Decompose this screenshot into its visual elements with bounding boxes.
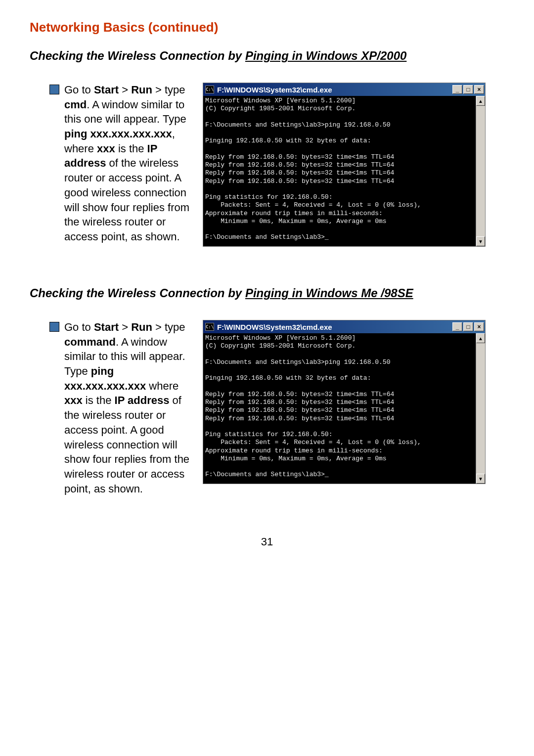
bullet-column: [30, 83, 59, 94]
vertical-scrollbar[interactable]: ▲ ▼: [476, 333, 485, 484]
close-button[interactable]: ×: [474, 85, 484, 94]
subheading-underline: Pinging in Windows Me /98SE: [245, 286, 413, 300]
scroll-down-button[interactable]: ▼: [476, 474, 485, 484]
text-bold: Start: [94, 321, 119, 333]
cmd-window-xp: C:\ F:\WINDOWS\System32\cmd.exe _ □ × Mi…: [203, 83, 486, 247]
maximize-button[interactable]: □: [463, 85, 473, 94]
cmd-icon: C:\: [205, 86, 214, 93]
titlebar-text: F:\WINDOWS\System32\cmd.exe: [217, 86, 452, 94]
text: is the: [115, 142, 147, 155]
scroll-down-button[interactable]: ▼: [476, 236, 485, 246]
text-bold: xxx: [97, 142, 115, 155]
close-button[interactable]: ×: [474, 322, 484, 331]
instruction-text-xp: Go to Start > Run > type cmd. A window s…: [64, 83, 198, 244]
text: >: [119, 84, 131, 96]
square-bullet-icon: [49, 85, 59, 94]
cmd-icon: C:\: [205, 323, 214, 331]
text-bold: ping xxx.xxx.xxx.xxx: [64, 128, 172, 140]
text: Go to: [64, 321, 94, 333]
maximize-button[interactable]: □: [463, 322, 473, 331]
subheading-underline: Pinging in Windows XP/2000: [245, 49, 407, 62]
text-bold: xxx: [64, 394, 83, 406]
page-number: 31: [30, 535, 504, 548]
section-title: Networking Basics (continued): [30, 20, 504, 35]
text: Go to: [64, 84, 94, 96]
minimize-button[interactable]: _: [452, 322, 462, 331]
block-xp-2000: Go to Start > Run > type cmd. A window s…: [30, 83, 504, 247]
cmd-window-me: C:\ F:\WINDOWS\System32\cmd.exe _ □ × Mi…: [203, 320, 486, 484]
text-bold: Start: [94, 84, 119, 96]
text-bold: Run: [131, 321, 152, 333]
terminal-output[interactable]: Microsoft Windows XP [Version 5.1.2600] …: [203, 96, 476, 246]
minimize-button[interactable]: _: [452, 85, 462, 94]
text-bold: command: [64, 336, 116, 348]
scroll-up-button[interactable]: ▲: [476, 333, 485, 343]
text-bold: IP address: [115, 394, 170, 406]
text: > type: [152, 321, 185, 333]
titlebar[interactable]: C:\ F:\WINDOWS\System32\cmd.exe _ □ ×: [203, 320, 485, 333]
text: of the wireless router or access point. …: [64, 394, 189, 494]
titlebar-text: F:\WINDOWS\System32\cmd.exe: [217, 323, 452, 331]
subheading-me-98se: Checking the Wireless Connection by Ping…: [30, 286, 504, 300]
text: is the: [83, 394, 115, 406]
subheading-text: Checking the Wireless Connection by: [30, 286, 245, 300]
square-bullet-icon: [49, 322, 59, 332]
instruction-text-me: Go to Start > Run > type command. A wind…: [64, 320, 198, 496]
bullet-column: [30, 320, 59, 332]
terminal-output[interactable]: Microsoft Windows XP [Version 5.1.2600] …: [203, 333, 476, 484]
text-bold: Run: [131, 84, 152, 96]
text: >: [119, 321, 131, 333]
scroll-up-button[interactable]: ▲: [476, 96, 485, 106]
block-me-98se: Go to Start > Run > type command. A wind…: [30, 320, 504, 496]
titlebar[interactable]: C:\ F:\WINDOWS\System32\cmd.exe _ □ ×: [203, 83, 485, 96]
text-bold: cmd: [64, 98, 87, 111]
text: > type: [152, 84, 185, 96]
subheading-text: Checking the Wireless Connection by: [30, 49, 245, 62]
text: of the wireless router or access point. …: [64, 157, 189, 242]
vertical-scrollbar[interactable]: ▲ ▼: [476, 96, 485, 246]
text: where: [146, 380, 178, 392]
subheading-xp-2000: Checking the Wireless Connection by Ping…: [30, 49, 504, 63]
